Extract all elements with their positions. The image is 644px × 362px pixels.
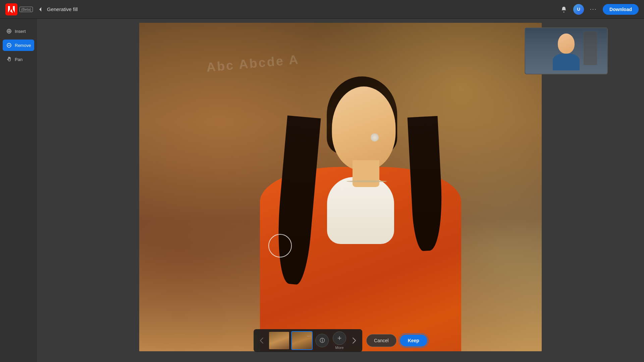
user-avatar[interactable]: U <box>573 4 584 15</box>
remove-tool[interactable]: Remove <box>3 40 34 51</box>
pip-video <box>525 27 608 74</box>
bell-icon <box>560 6 567 13</box>
thumbnail-1[interactable] <box>268 331 290 350</box>
prev-arrow-button[interactable] <box>256 335 267 346</box>
cancel-button[interactable]: Cancel <box>366 334 396 347</box>
thumbnail-strip: ··· ⓘ + More <box>254 329 362 352</box>
pip-person <box>553 34 580 67</box>
person-inner-shirt <box>327 177 394 244</box>
action-buttons: Cancel Keep <box>366 334 427 347</box>
insert-icon <box>6 28 12 34</box>
back-button[interactable] <box>38 7 43 12</box>
left-toolbar: Insert Remove Pan <box>0 19 37 362</box>
page-title: Generative fill <box>47 6 78 12</box>
more-label: More <box>335 346 344 350</box>
adobe-logo-icon <box>5 3 17 15</box>
thumb-more-icon: ··· <box>307 333 311 339</box>
remove-tool-label: Remove <box>15 43 31 48</box>
pip-video-content <box>525 28 607 74</box>
bottom-toolbar: ··· ⓘ + More Cancel <box>254 329 427 352</box>
main-image-container: Abc Abcde A <box>139 23 542 351</box>
notifications-button[interactable] <box>558 4 569 15</box>
remove-icon <box>6 42 12 48</box>
pip-head <box>558 34 575 54</box>
person-figure <box>260 66 461 351</box>
person-neck <box>353 160 379 187</box>
keep-label: Keep <box>408 338 419 343</box>
beta-badge: (Beta) <box>19 7 33 12</box>
ellipsis-icon: ··· <box>590 6 597 13</box>
person-face <box>332 86 396 170</box>
insert-tool[interactable]: Insert <box>3 25 34 37</box>
pip-shirt <box>553 54 580 70</box>
thumbnail-2[interactable]: ··· <box>291 331 313 350</box>
pan-icon <box>6 56 12 62</box>
pan-tool[interactable]: Pan <box>3 54 34 65</box>
chevron-left-icon <box>260 337 264 344</box>
topbar: (Beta) Generative fill U ··· Download <box>0 0 644 19</box>
chevron-right-icon <box>352 337 356 344</box>
pan-tool-label: Pan <box>15 57 22 62</box>
canvas-area: Abc Abcde A <box>37 19 644 362</box>
back-icon <box>38 7 43 12</box>
add-more-button[interactable]: + More <box>333 331 346 350</box>
topbar-actions: U ··· Download <box>558 4 639 15</box>
info-button[interactable]: ⓘ <box>315 334 329 347</box>
person-necklace <box>346 180 387 182</box>
download-button[interactable]: Download <box>603 4 639 15</box>
person-earring-right <box>371 133 379 141</box>
insert-tool-label: Insert <box>15 29 26 34</box>
thumb-1-image <box>269 332 289 349</box>
more-options-button[interactable]: ··· <box>588 4 599 15</box>
pip-door <box>584 32 597 65</box>
plus-icon: + <box>337 335 342 342</box>
info-icon: ⓘ <box>320 338 325 344</box>
main-image: Abc Abcde A <box>139 23 542 351</box>
app-logo: (Beta) <box>5 3 33 15</box>
keep-button[interactable]: Keep <box>400 335 427 347</box>
add-icon: + <box>333 331 346 345</box>
next-arrow-button[interactable] <box>349 335 360 346</box>
